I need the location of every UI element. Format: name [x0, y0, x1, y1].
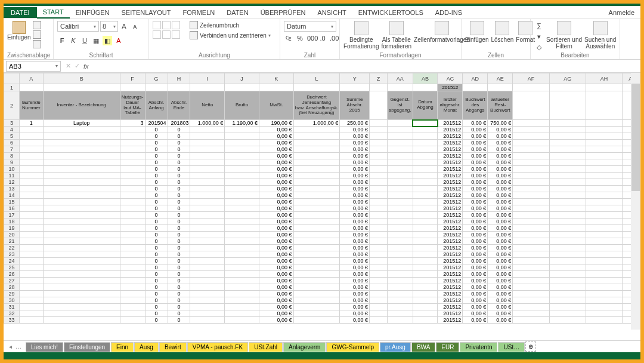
cell[interactable]: 0,00 € [463, 173, 488, 179]
cell[interactable] [549, 212, 586, 219]
cell[interactable] [413, 146, 438, 153]
cell[interactable] [513, 310, 549, 317]
cell[interactable]: 0,00 € [488, 264, 513, 271]
cell[interactable] [387, 173, 413, 179]
cell[interactable] [413, 264, 438, 271]
cell[interactable]: 201512 [438, 153, 463, 159]
border-button[interactable]: ▦ [91, 36, 101, 45]
cell[interactable] [549, 297, 586, 304]
column-header[interactable]: AE [488, 73, 513, 84]
cell[interactable]: 0,00 € [340, 291, 370, 297]
cell[interactable] [370, 264, 388, 271]
table-header-cell[interactable]: Inventar - Bezeichnung [43, 91, 120, 120]
cell[interactable] [586, 84, 622, 91]
cell[interactable]: 0 [168, 271, 190, 278]
cell[interactable]: 0,00 € [340, 133, 370, 140]
cell[interactable]: 201512 [438, 238, 463, 245]
cell[interactable] [225, 133, 259, 140]
cell[interactable] [549, 219, 586, 225]
cell[interactable] [43, 317, 120, 324]
cell[interactable] [43, 133, 120, 140]
table-header-cell[interactable]: letzter abgeschr. Monat [438, 91, 463, 120]
cell[interactable] [549, 317, 586, 324]
cell[interactable] [120, 84, 145, 91]
cell[interactable] [513, 291, 549, 297]
cell[interactable]: 0,00 € [463, 297, 488, 304]
table-header-cell[interactable]: Abschr. Ende [168, 91, 190, 120]
cell[interactable] [225, 310, 259, 317]
cell[interactable] [120, 317, 145, 324]
sheet-tab[interactable]: Anlageverm [283, 342, 326, 352]
row-header[interactable]: 3 [4, 120, 20, 127]
row-header[interactable]: 5 [4, 133, 20, 140]
cell[interactable] [513, 127, 549, 133]
cell[interactable] [413, 278, 438, 284]
cell[interactable]: 0,00 € [259, 173, 293, 179]
cell[interactable] [513, 146, 549, 153]
cell[interactable] [190, 291, 225, 297]
cell[interactable]: 0 [168, 212, 190, 219]
cell[interactable] [549, 245, 586, 251]
cell[interactable]: 0,00 € [259, 264, 293, 271]
cell[interactable] [370, 199, 388, 205]
cell[interactable] [413, 159, 438, 166]
cell[interactable] [225, 166, 259, 173]
cell[interactable] [43, 238, 120, 245]
cell[interactable] [549, 238, 586, 245]
cell[interactable]: 0,00 € [463, 291, 488, 297]
table-header-cell[interactable]: Gegenst. ist abgegang. [387, 91, 413, 120]
cell[interactable] [370, 245, 388, 251]
increase-decimal-icon[interactable]: .0 [318, 33, 327, 43]
cell[interactable]: 0,00 € [488, 304, 513, 310]
cell[interactable]: 0,00 € [259, 232, 293, 238]
cell[interactable] [293, 310, 340, 317]
cell[interactable]: 0,00 € [259, 297, 293, 304]
cell[interactable] [19, 127, 43, 133]
cell[interactable]: 201512 [438, 173, 463, 179]
row-header[interactable]: 17 [4, 212, 20, 219]
cell[interactable]: 0 [145, 219, 168, 225]
cell[interactable] [549, 225, 586, 232]
cell[interactable] [19, 225, 43, 232]
cell[interactable] [549, 251, 586, 258]
cell[interactable] [225, 212, 259, 219]
cell[interactable] [225, 232, 259, 238]
cell[interactable] [387, 225, 413, 232]
sheet-tab[interactable]: EÜR [436, 342, 459, 352]
cell[interactable] [190, 199, 225, 205]
cell[interactable] [43, 212, 120, 219]
cell[interactable] [370, 251, 388, 258]
cell[interactable] [586, 297, 622, 304]
cell[interactable]: 0,00 € [259, 212, 293, 219]
cell[interactable] [190, 278, 225, 284]
cell[interactable]: 0 [145, 264, 168, 271]
decrease-decimal-icon[interactable]: .00 [329, 33, 339, 43]
cell[interactable]: 0,00 € [259, 219, 293, 225]
cell[interactable] [413, 179, 438, 186]
cell[interactable] [43, 291, 120, 297]
table-header-cell[interactable]: Summe Abschr. 2015 [340, 91, 370, 120]
cell[interactable] [190, 258, 225, 264]
cell[interactable] [387, 251, 413, 258]
cell[interactable]: 0,00 € [488, 310, 513, 317]
cell[interactable]: 0,00 € [259, 304, 293, 310]
cell[interactable] [19, 258, 43, 264]
cell[interactable]: 0,00 € [488, 258, 513, 264]
cell[interactable] [190, 264, 225, 271]
cell[interactable] [19, 205, 43, 212]
cell[interactable] [190, 304, 225, 310]
table-header-cell[interactable]: Abschr. Anfang [145, 91, 168, 120]
cell[interactable] [43, 179, 120, 186]
cell[interactable] [488, 84, 513, 91]
cell[interactable] [190, 166, 225, 173]
cell[interactable] [549, 232, 586, 238]
cell[interactable]: 3 [120, 120, 145, 127]
cell[interactable] [387, 232, 413, 238]
cell[interactable]: 0,00 € [340, 159, 370, 166]
cell[interactable] [293, 251, 340, 258]
row-header[interactable]: 9 [4, 159, 20, 166]
cell[interactable]: 0,00 € [259, 199, 293, 205]
cell[interactable] [413, 120, 438, 127]
clear-button[interactable]: ◇ [534, 42, 544, 52]
cell[interactable] [293, 258, 340, 264]
